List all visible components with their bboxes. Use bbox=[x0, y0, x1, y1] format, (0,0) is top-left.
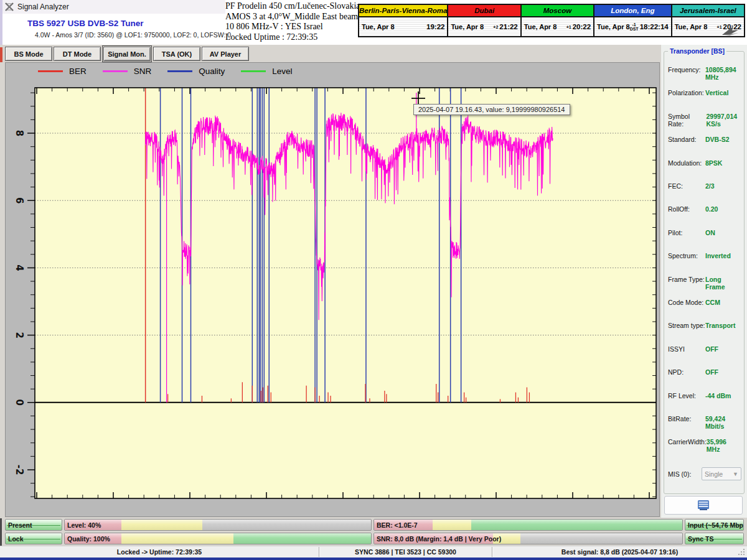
snr-bar: SNR: 8,0 dB (Margin: 1,4 dB | Very Poor) bbox=[374, 533, 683, 544]
tab-av-player[interactable]: AV Player bbox=[202, 47, 249, 61]
transponder-value: 0.20 bbox=[705, 205, 741, 214]
transponder-row-issyi: ISSYIOFF bbox=[668, 345, 741, 354]
tuner-config: 4.0W - Amos 3/7 (ID: 3560) @ LOF1: 97500… bbox=[35, 31, 231, 39]
clock-utc-offset: -1DST bbox=[630, 22, 640, 31]
transponder-row-fec: FEC:2/3 bbox=[668, 182, 741, 191]
transponder-value: CCM bbox=[705, 299, 741, 307]
bar-gloss bbox=[65, 520, 371, 530]
transponder-row-spectrum: Spectrum:Inverted bbox=[668, 252, 741, 261]
mis-select[interactable]: Single▼ bbox=[702, 467, 741, 480]
transponder-row-frametype: Frame Type:Long Frame bbox=[668, 276, 741, 284]
transponder-value: OFF bbox=[705, 345, 741, 354]
svg-text:4: 4 bbox=[14, 264, 25, 271]
transponder-value: ON bbox=[705, 229, 741, 238]
clock-time: 19:22 bbox=[426, 23, 444, 30]
clock-date: Tue, Apr 8 bbox=[451, 23, 484, 30]
transponder-value: Transport bbox=[705, 322, 741, 330]
clock-berlin-paris-vienna-roma: Berlin-Paris-Vienna-RomaTue, Apr 819:22 bbox=[359, 5, 448, 36]
tab-bs-mode[interactable]: BS Mode bbox=[5, 47, 52, 61]
transponder-value: 8PSK bbox=[705, 159, 741, 168]
sync-bar-label: Sync TS bbox=[688, 533, 713, 544]
station-info: PF Prodelin 450 cm/Lučenec-SlovakiaAMOS … bbox=[225, 1, 359, 45]
signal-chart-panel: BERSNRQualityLevel 86420-2 bbox=[5, 62, 660, 517]
bar-gloss bbox=[65, 533, 371, 544]
mode-tabs: BS ModeDT ModeSignal Mon.TSA (OK)AV Play… bbox=[5, 47, 249, 61]
tab-tsa-ok-[interactable]: TSA (OK) bbox=[153, 47, 200, 61]
tuner-name: TBS 5927 USB DVB-S2 Tuner bbox=[27, 19, 144, 28]
clock-moscow: MoscowTue, Apr 8+120:22 bbox=[522, 5, 594, 36]
transponder-label: ISSYI bbox=[668, 345, 685, 354]
top-strip: Signal Analyzer TBS 5927 USB DVB-S2 Tune… bbox=[0, 0, 747, 45]
transponder-value: OFF bbox=[705, 368, 741, 377]
clock-london-eng: London, EngTue, Apr 8-1DST18:22:14 bbox=[594, 5, 672, 36]
world-clocks: Berlin-Paris-Vienna-RomaTue, Apr 819:22D… bbox=[358, 4, 745, 37]
clock-utc-offset: +2 bbox=[493, 25, 499, 29]
mis-row: MIS (0):Single▼ bbox=[668, 467, 741, 480]
transponder-label: Pilot: bbox=[668, 229, 682, 238]
transponder-label: Stream type: bbox=[668, 322, 705, 330]
status-sync-counters: SYNC 3886 | TEI 3523 | CC 59300 bbox=[319, 546, 492, 558]
clock-utc-offset: +1 bbox=[566, 25, 573, 29]
transponder-label: Frequency: bbox=[668, 66, 701, 75]
clock-city-label: Jerusalem-Israel bbox=[672, 5, 744, 17]
app-icon bbox=[5, 2, 14, 11]
transponder-value: DVB-S2 bbox=[705, 136, 741, 144]
ber-bar-label: BER: <1.0E-7 bbox=[377, 520, 418, 530]
quality-bar: Quality: 100% bbox=[64, 533, 372, 544]
transponder-label: RollOff: bbox=[668, 205, 690, 214]
chevron-down-icon: ▼ bbox=[733, 471, 738, 477]
transponder-label: CarrierWidth: bbox=[668, 438, 707, 447]
lock-bar-label: Lock bbox=[8, 533, 24, 544]
transponder-row-polarization: Polarization:Vertical bbox=[668, 89, 741, 98]
transponder-row-pilot: Pilot:ON bbox=[668, 229, 741, 238]
logo-mark bbox=[721, 25, 740, 36]
resize-grip[interactable] bbox=[737, 548, 746, 556]
transponder-row-rflevel: RF Level:-44 dBm bbox=[668, 392, 741, 401]
clock-date: Tue, Apr 8 bbox=[362, 23, 395, 30]
signal-chart[interactable]: 86420-2 bbox=[6, 63, 659, 516]
clock-date: Tue, Apr 8 bbox=[675, 23, 708, 30]
quality-bar-label: Quality: 100% bbox=[67, 533, 110, 544]
clock-time: 21:22 bbox=[499, 23, 517, 30]
tab-dt-mode[interactable]: DT Mode bbox=[54, 47, 101, 61]
svg-text:0: 0 bbox=[14, 399, 25, 406]
snr-bar-label: SNR: 8,0 dB (Margin: 1,4 dB | Very Poor) bbox=[377, 533, 501, 544]
transponder-label: Spectrum: bbox=[668, 252, 698, 261]
transponder-value: 10805,894 MHz bbox=[705, 66, 741, 75]
transponder-row-standard: Standard:DVB-S2 bbox=[668, 136, 741, 144]
ber-bar: BER: <1.0E-7 bbox=[374, 519, 683, 531]
transponder-label: FEC: bbox=[668, 182, 683, 191]
clock-time: 18:22:14 bbox=[640, 23, 669, 30]
clock-city-label: Moscow bbox=[522, 5, 593, 17]
transponder-label: Code Mode: bbox=[668, 299, 703, 307]
status-best-signal: Best signal: 8,8 dB (2025-04-07 19:16) bbox=[492, 546, 747, 558]
save-button[interactable] bbox=[664, 496, 743, 515]
station-info-line-1: AMOS 3 at 4,0°W_Middle East beam bbox=[225, 12, 359, 22]
transponder-groupbox: Transponder [BS] Frequency:10805,894 MHz… bbox=[664, 51, 745, 494]
bottom-window-edge bbox=[0, 558, 747, 560]
clock-city-label: Dubai bbox=[448, 5, 520, 17]
disk-icon bbox=[697, 500, 710, 511]
mis-selected-value: Single bbox=[705, 470, 723, 478]
lock-bar: Lock bbox=[5, 533, 62, 544]
present-bar-label: Present bbox=[8, 520, 32, 530]
clock-dubai: DubaiTue, Apr 8+221:22 bbox=[448, 5, 521, 36]
input-bar-label: Input (~54,76 Mbps) bbox=[688, 520, 744, 530]
sync-bar: Sync TS bbox=[685, 533, 744, 544]
transponder-title: Transponder [BS] bbox=[668, 47, 726, 55]
clock-date: Tue, Apr 8 bbox=[524, 23, 557, 30]
transponder-value: -44 dBm bbox=[705, 392, 741, 401]
transponder-row-streamtype: Stream type:Transport bbox=[668, 322, 741, 330]
mis-label: MIS (0): bbox=[668, 470, 691, 478]
station-info-line-2: 10 806 MHz-V : YES Israel bbox=[225, 22, 359, 32]
window-titlebar[interactable]: Signal Analyzer bbox=[0, 0, 225, 14]
level-bar: Level: 40% bbox=[64, 519, 372, 531]
transponder-row-bitrate: BitRate:59,424 Mbit/s bbox=[668, 415, 741, 424]
svg-text:6: 6 bbox=[14, 197, 25, 203]
transponder-label: NPD: bbox=[668, 368, 684, 377]
status-bar: Locked -> Uptime: 72:39:35 SYNC 3886 | T… bbox=[0, 546, 747, 558]
clock-time-row: Tue, Apr 8-1DST18:22:14 bbox=[594, 17, 671, 36]
transponder-value: Vertical bbox=[705, 89, 741, 98]
bar-gloss bbox=[374, 520, 682, 530]
tab-signal-mon-[interactable]: Signal Mon. bbox=[103, 47, 151, 61]
